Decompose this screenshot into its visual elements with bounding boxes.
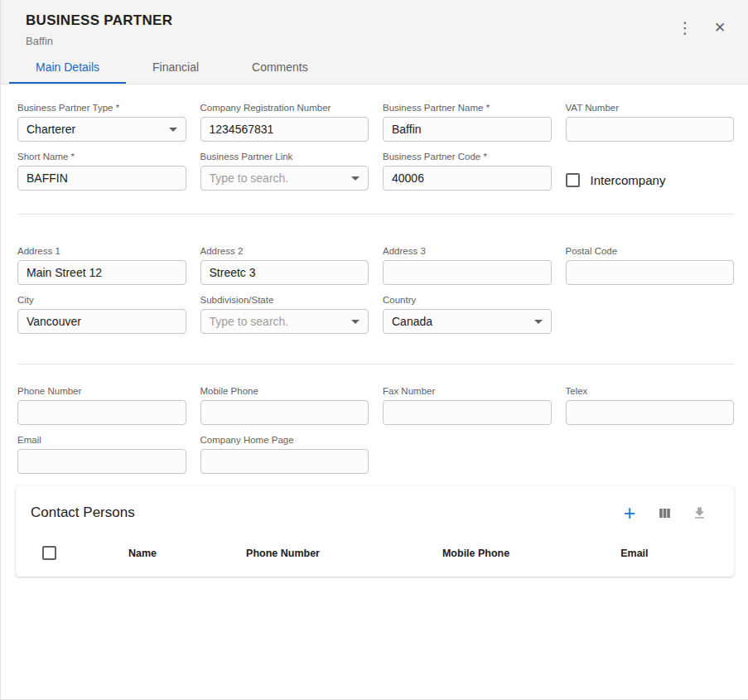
country-label: Country	[383, 295, 552, 305]
field-business-partner-code: Business Partner Code *	[383, 152, 552, 191]
address2-label: Address 2	[200, 246, 369, 256]
tab-comments[interactable]: Comments	[225, 52, 335, 84]
country-value: Canada	[392, 315, 432, 328]
email-label: Email	[17, 435, 186, 445]
address2-input[interactable]	[200, 260, 369, 285]
section-divider	[17, 364, 734, 364]
dialog-header: BUSINESS PARTNER Baffin ⋮ ✕	[1, 0, 748, 52]
company-home-page-label: Company Home Page	[200, 435, 369, 445]
business-partner-name-label: Business Partner Name *	[383, 103, 552, 113]
field-company-home-page: Company Home Page	[200, 435, 369, 474]
field-postal-code: Postal Code	[566, 246, 735, 285]
columns-icon[interactable]	[654, 503, 674, 523]
company-registration-number-label: Company Registration Number	[200, 103, 369, 113]
field-phone-number: Phone Number	[17, 386, 186, 425]
close-icon[interactable]: ✕	[708, 16, 731, 39]
fax-number-input[interactable]	[383, 400, 552, 425]
contact-persons-actions: +	[620, 503, 709, 523]
business-partner-dialog: BUSINESS PARTNER Baffin ⋮ ✕ Main Details…	[0, 0, 748, 700]
business-partner-link-placeholder: Type to search.	[210, 171, 289, 185]
field-telex: Telex	[566, 386, 735, 425]
business-partner-link-select[interactable]: Type to search.	[200, 166, 369, 191]
field-business-partner-type: Business Partner Type * Charterer	[17, 103, 186, 142]
business-partner-type-select[interactable]: Charterer	[17, 117, 186, 142]
column-header-mobile-phone: Mobile Phone	[442, 548, 509, 559]
page-title: BUSINESS PARTNER	[26, 12, 172, 29]
mobile-phone-input[interactable]	[200, 400, 369, 425]
main-details-content: Business Partner Type * Charterer Compan…	[1, 84, 748, 474]
field-business-partner-link: Business Partner Link Type to search.	[200, 152, 369, 191]
address1-input[interactable]	[17, 260, 186, 285]
address-section: Address 1 Address 2 Address 3 Postal Cod…	[17, 246, 734, 334]
tab-financial[interactable]: Financial	[126, 52, 225, 84]
contact-persons-title: Contact Persons	[31, 504, 135, 521]
tab-bar: Main Details Financial Comments	[1, 52, 748, 84]
telex-input[interactable]	[566, 400, 735, 425]
business-partner-code-input[interactable]	[383, 166, 552, 191]
field-email: Email	[17, 435, 186, 474]
chevron-down-icon	[534, 320, 543, 324]
tab-main-details[interactable]: Main Details	[9, 52, 126, 84]
intercompany-checkbox[interactable]	[566, 173, 580, 187]
download-icon-svg	[692, 505, 707, 521]
header-actions: ⋮ ✕	[673, 12, 731, 39]
contact-persons-header: Contact Persons +	[16, 486, 734, 534]
short-name-input[interactable]	[17, 166, 186, 191]
business-partner-type-label: Business Partner Type *	[17, 103, 186, 113]
field-subdivision-state: Subdivision/State Type to search.	[200, 295, 369, 334]
header-text: BUSINESS PARTNER Baffin	[26, 12, 172, 47]
plus-icon: +	[624, 503, 636, 524]
page-subtitle: Baffin	[26, 35, 172, 47]
field-city: City	[17, 295, 186, 334]
field-company-registration-number: Company Registration Number	[200, 103, 369, 142]
phone-number-label: Phone Number	[17, 386, 186, 396]
column-header-name: Name	[128, 548, 157, 559]
contact-info-section: Phone Number Mobile Phone Fax Number Tel…	[17, 386, 734, 474]
field-address2: Address 2	[200, 246, 369, 285]
company-home-page-input[interactable]	[200, 449, 369, 474]
download-icon[interactable]	[689, 503, 709, 523]
subdivision-state-label: Subdivision/State	[200, 295, 369, 305]
fax-number-label: Fax Number	[383, 386, 552, 396]
select-all-checkbox[interactable]	[42, 546, 56, 560]
business-partner-code-label: Business Partner Code *	[383, 152, 552, 162]
company-registration-number-input[interactable]	[200, 117, 369, 142]
field-country: Country Canada	[383, 295, 552, 334]
address3-input[interactable]	[383, 260, 552, 285]
business-partner-link-label: Business Partner Link	[200, 152, 369, 162]
subdivision-state-select[interactable]: Type to search.	[200, 309, 369, 334]
field-mobile-phone: Mobile Phone	[200, 386, 369, 425]
section-divider	[17, 214, 734, 215]
contact-persons-card: Contact Persons + Name	[16, 486, 734, 577]
dialog-header-area: BUSINESS PARTNER Baffin ⋮ ✕ Main Details…	[1, 0, 748, 84]
mobile-phone-label: Mobile Phone	[200, 386, 369, 396]
field-business-partner-name: Business Partner Name *	[383, 103, 552, 142]
country-select[interactable]: Canada	[383, 309, 552, 334]
business-partner-name-input[interactable]	[383, 117, 552, 142]
chevron-down-icon	[351, 176, 360, 181]
column-header-phone-number: Phone Number	[246, 548, 320, 559]
add-contact-button[interactable]: +	[620, 503, 639, 523]
vat-number-label: VAT Number	[566, 103, 735, 113]
intercompany-checkbox-field[interactable]: Intercompany	[566, 169, 735, 191]
column-header-email: Email	[620, 548, 648, 559]
field-fax-number: Fax Number	[383, 386, 552, 425]
kebab-menu-icon[interactable]: ⋮	[673, 16, 697, 39]
postal-code-label: Postal Code	[566, 246, 735, 256]
address1-label: Address 1	[17, 246, 186, 256]
city-input[interactable]	[17, 309, 186, 334]
address3-label: Address 3	[383, 246, 552, 256]
chevron-down-icon	[351, 320, 360, 324]
telex-label: Telex	[566, 386, 735, 396]
field-address3: Address 3	[383, 246, 552, 285]
postal-code-input[interactable]	[566, 260, 735, 285]
vat-number-input[interactable]	[566, 117, 735, 142]
columns-icon-svg	[657, 505, 673, 521]
chevron-down-icon	[169, 128, 177, 132]
contact-persons-table-header: Name Phone Number Mobile Phone Email	[16, 534, 734, 577]
field-address1: Address 1	[17, 246, 186, 285]
city-label: City	[17, 295, 186, 305]
phone-number-input[interactable]	[17, 400, 186, 425]
business-partner-type-value: Charterer	[27, 123, 75, 136]
email-input[interactable]	[17, 449, 186, 474]
